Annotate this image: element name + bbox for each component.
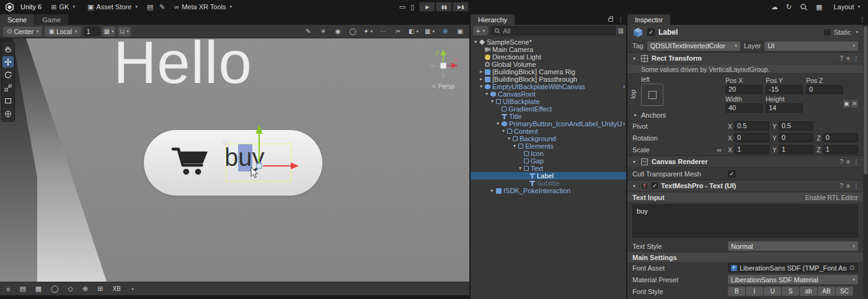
- presets-icon[interactable]: ≡: [846, 183, 850, 189]
- link-scale-icon[interactable]: ∞: [717, 146, 722, 154]
- expand-icon[interactable]: ▸: [489, 187, 495, 194]
- scale-x-field[interactable]: 1: [734, 145, 769, 154]
- list-icon[interactable]: ▤: [19, 285, 25, 293]
- font-style-ab-button[interactable]: ab: [800, 287, 817, 296]
- grid-icon[interactable]: ▦: [35, 285, 42, 293]
- xb-toggle[interactable]: XB: [112, 285, 120, 292]
- scene-visibility-icon[interactable]: ▥: [618, 27, 624, 34]
- fx-toggle-icon[interactable]: ◯: [347, 27, 359, 37]
- tab-scene[interactable]: Scene: [0, 14, 34, 25]
- projection-label[interactable]: <Persp: [432, 83, 454, 90]
- display-icon[interactable]: ▯: [410, 3, 414, 11]
- hierarchy-item[interactable]: Main Camera: [471, 46, 626, 53]
- audio-toggle-icon[interactable]: ◉: [332, 27, 344, 37]
- prefab-open-icon[interactable]: ›: [623, 83, 625, 90]
- raw-edit-mode-button[interactable]: R: [851, 100, 858, 108]
- presets-icon[interactable]: ≡: [846, 158, 850, 165]
- panel-menu-icon[interactable]: ⋮: [618, 16, 624, 23]
- hierarchy-item[interactable]: ▾Content: [471, 128, 626, 135]
- hierarchy-item[interactable]: Subtitle: [471, 180, 626, 187]
- tools-icon[interactable]: ✎: [159, 3, 165, 11]
- component-menu-icon[interactable]: ⋮: [853, 55, 859, 62]
- expand-icon[interactable]: ▸: [478, 68, 484, 76]
- height-field[interactable]: 14: [766, 103, 803, 113]
- hierarchy-item[interactable]: ▸[BuildingBlock] Passthrough: [471, 76, 626, 83]
- cloud-icon[interactable]: ☁: [771, 3, 778, 11]
- material-preset-dropdown[interactable]: LiberationSans SDF Material ▾: [728, 275, 858, 284]
- asset-store-menu[interactable]: ▣ Asset Store ▾: [84, 2, 141, 12]
- ring-icon[interactable]: ◯: [51, 285, 58, 293]
- blueprint-mode-button[interactable]: ▣: [843, 100, 850, 108]
- diamond-icon[interactable]: ◇: [68, 285, 73, 293]
- text-input-area[interactable]: buy: [632, 204, 858, 238]
- hierarchy-item[interactable]: ▾Elements: [471, 142, 626, 150]
- object-picker-icon[interactable]: ⊙: [849, 264, 855, 272]
- active-checkbox[interactable]: ✓: [647, 28, 655, 36]
- font-style-ab-button[interactable]: AB: [818, 287, 835, 296]
- list-icon[interactable]: ▤: [147, 3, 153, 11]
- collapse-icon[interactable]: ▾: [506, 135, 512, 142]
- help-icon[interactable]: ?: [840, 55, 844, 62]
- tag-dropdown[interactable]: QDSUITextInvertedColor ▾: [647, 41, 740, 51]
- orientation-dropdown[interactable]: ▣ Local ▾: [45, 27, 81, 37]
- meta-xr-tools-menu[interactable]: ∞ Meta XR Tools ▾: [171, 2, 235, 11]
- pivot-x-field[interactable]: 0.5: [734, 121, 769, 131]
- gameobject-name[interactable]: Label: [658, 28, 678, 37]
- expand-icon[interactable]: ▸: [478, 76, 484, 83]
- pos-z-field[interactable]: 0: [806, 85, 843, 94]
- hierarchy-search-input[interactable]: All: [490, 26, 616, 35]
- quarter-icon[interactable]: ◔: [130, 285, 135, 293]
- tab-inspector[interactable]: Inspector: [627, 14, 670, 25]
- view-tool-button[interactable]: [2, 43, 14, 54]
- canvas-renderer-header[interactable]: ▾ Canvas Renderer ? ≡ ⋮: [627, 155, 863, 168]
- search-icon[interactable]: [800, 3, 808, 11]
- hierarchy-item[interactable]: ▾EmptyUIBackplateWithCanvas›: [471, 83, 626, 90]
- pivot-mode-dropdown[interactable]: ⊙ Center ▾: [3, 27, 42, 37]
- cull-transparent-checkbox[interactable]: ✓: [728, 170, 735, 178]
- pos-y-field[interactable]: -15: [766, 85, 803, 94]
- lock-icon[interactable]: [608, 18, 613, 22]
- pause-button[interactable]: ▮▮: [436, 2, 452, 12]
- hierarchy-item[interactable]: ▾PrimaryButton_IconAndLabel_UnityU›: [471, 120, 626, 128]
- hierarchy-item[interactable]: Gap: [471, 157, 626, 165]
- hierarchy-item[interactable]: ▾SampleScene*: [471, 38, 626, 46]
- layer-dropdown[interactable]: UI ▾: [764, 41, 858, 51]
- font-style-s-button[interactable]: S: [782, 287, 799, 296]
- cutout-icon[interactable]: ✂: [392, 27, 404, 37]
- crosshair-icon[interactable]: ⊕: [82, 285, 88, 293]
- collapse-icon[interactable]: ▾: [472, 38, 479, 46]
- account-menu[interactable]: ⊞ GK ▾: [48, 2, 78, 12]
- draw-mode-icon[interactable]: ✎: [302, 27, 314, 37]
- help-icon[interactable]: ?: [840, 158, 844, 165]
- collapse-icon[interactable]: ▾: [631, 56, 637, 61]
- collapse-icon[interactable]: ▾: [495, 120, 501, 128]
- hierarchy-item[interactable]: ▾CanvasRoot: [471, 90, 626, 98]
- collapse-icon[interactable]: ▾: [478, 83, 484, 90]
- text-style-dropdown[interactable]: Normal ▾: [728, 241, 858, 251]
- scale-z-field[interactable]: 1: [823, 145, 858, 154]
- lighting-toggle-icon[interactable]: ☀: [317, 27, 329, 37]
- collapse-icon[interactable]: ▾: [631, 183, 637, 189]
- create-menu-button[interactable]: + ▾: [473, 26, 488, 35]
- rect-transform-header[interactable]: ▾ Rect Transform ? ≡ ⋮: [627, 52, 863, 64]
- hierarchy-item[interactable]: GradientEffect: [471, 105, 626, 113]
- enable-rtl-label[interactable]: Enable RTL Editor: [805, 194, 858, 201]
- component-menu-icon[interactable]: ⋮: [853, 158, 859, 165]
- menu-icon[interactable]: ≡: [6, 285, 10, 293]
- snap-toggle-dropdown[interactable]: ⊔▾: [118, 27, 130, 37]
- grid-snap-dropdown[interactable]: ▦▾: [102, 27, 116, 37]
- transform-tool-button[interactable]: [2, 108, 14, 119]
- undo-history-icon[interactable]: ↻: [786, 3, 792, 11]
- chevron-down-icon[interactable]: ▾: [856, 30, 858, 35]
- tab-hierarchy[interactable]: Hierarchy: [471, 14, 515, 25]
- hierarchy-item[interactable]: Label: [471, 172, 626, 180]
- textmeshpro-header[interactable]: ▾ T ✓ TextMeshPro - Text (UI) ? ≡ ⋮: [627, 180, 863, 192]
- rect-tool-button[interactable]: [2, 95, 14, 106]
- collapse-icon[interactable]: ▾: [484, 90, 490, 98]
- static-checkbox[interactable]: [824, 29, 830, 35]
- hierarchy-item[interactable]: ▾Background: [471, 135, 626, 142]
- hierarchy-item[interactable]: Icon: [471, 150, 626, 157]
- panel-menu-icon[interactable]: ⋮: [859, 16, 866, 23]
- scale-tool-button[interactable]: [2, 82, 14, 93]
- pivot-y-field[interactable]: 0.5: [779, 121, 814, 131]
